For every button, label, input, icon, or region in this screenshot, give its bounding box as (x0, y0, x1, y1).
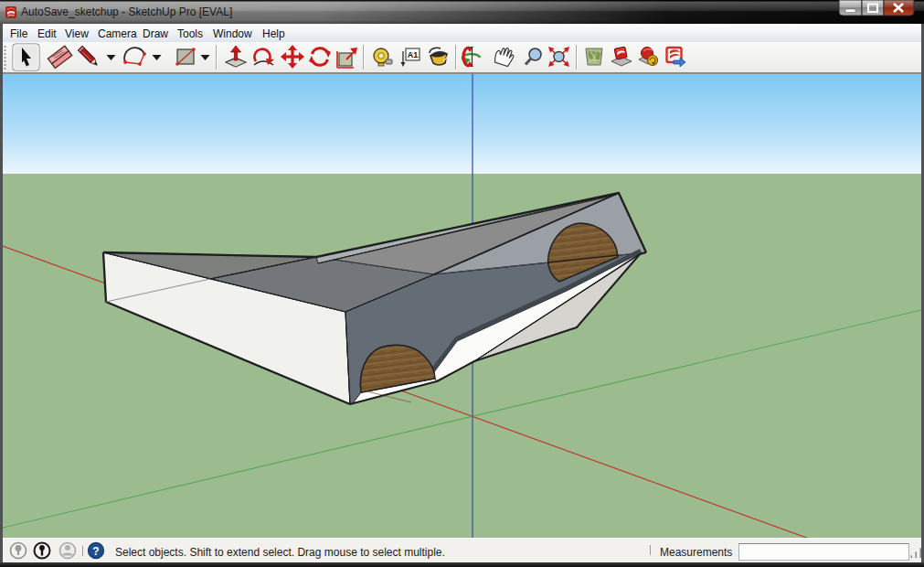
svg-text:?: ? (92, 545, 99, 558)
svg-text:A1: A1 (408, 50, 419, 59)
